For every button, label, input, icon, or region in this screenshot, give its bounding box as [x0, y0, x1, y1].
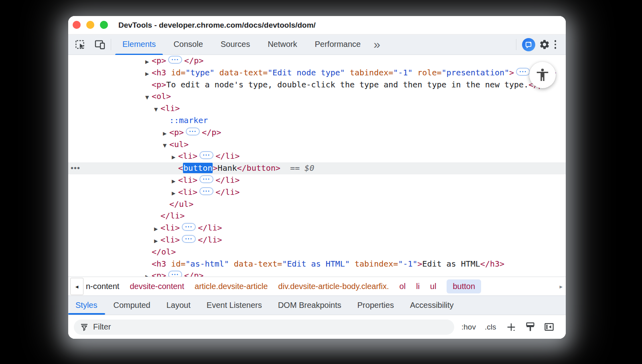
- expand-arrow-icon[interactable]: ▶: [172, 188, 178, 200]
- expand-ellipsis-icon[interactable]: ···: [199, 187, 213, 195]
- expand-arrow-icon[interactable]: ▶: [145, 56, 152, 68]
- breadcrumb-item-li[interactable]: li: [416, 282, 420, 291]
- sidebar-tab-event-listeners[interactable]: Event Listeners: [199, 296, 270, 315]
- inspect-element-icon[interactable]: [74, 38, 86, 51]
- more-options-icon[interactable]: [551, 40, 561, 49]
- dom-node-row[interactable]: ▶<li>···</li>: [68, 150, 566, 162]
- code-token-tag: <li>: [160, 103, 180, 113]
- code-token-tag: <p>: [152, 271, 166, 277]
- dom-node-row[interactable]: ▶<li>···</li>: [68, 174, 566, 186]
- breadcrumb-item-button[interactable]: button: [447, 279, 481, 293]
- dom-node-row[interactable]: ▶<li>···</li>: [68, 222, 566, 234]
- code-token-tag: >: [509, 68, 514, 77]
- device-toolbar-icon[interactable]: [94, 38, 106, 51]
- dom-node-row[interactable]: ::marker: [68, 115, 566, 127]
- code-token-attr: id=: [171, 259, 185, 269]
- code-token-tag: <: [178, 163, 183, 173]
- code-token-tag: </p>: [184, 271, 203, 277]
- filter-input[interactable]: Filter: [74, 320, 454, 335]
- breadcrumb-item-article-devsite-article[interactable]: article.devsite-article: [195, 282, 268, 291]
- breadcrumb-scroll-left-icon[interactable]: ◂: [70, 278, 83, 295]
- zoom-button[interactable]: [100, 21, 108, 29]
- sidebar-tab-layout[interactable]: Layout: [158, 296, 199, 315]
- dom-node-row[interactable]: ▼<li>: [68, 103, 566, 115]
- tab-performance[interactable]: Performance: [306, 34, 370, 55]
- dom-node-row[interactable]: ▶<h3 id="type" data-text="Edit node type…: [68, 67, 566, 79]
- tab-sources[interactable]: Sources: [212, 34, 259, 55]
- dom-node-row[interactable]: ▶<li>···</li>: [68, 234, 566, 246]
- code-token-attr: id=: [171, 68, 185, 77]
- dom-node-selected-row[interactable]: •••<button>Hank</button> == $0: [68, 162, 566, 174]
- breadcrumb-item-devsite-content[interactable]: devsite-content: [130, 282, 184, 291]
- code-token-attr: role=: [412, 68, 441, 77]
- dom-node-row[interactable]: ▼<ol>: [68, 91, 566, 103]
- dom-node-row[interactable]: <h3 id="as-html" data-text="Edit as HTML…: [68, 258, 566, 270]
- expand-arrow-icon[interactable]: ▶: [145, 68, 152, 80]
- breadcrumb-item-n-content[interactable]: n-content: [86, 282, 119, 291]
- expand-arrow-icon[interactable]: ▶: [145, 271, 152, 277]
- tab-elements[interactable]: Elements: [114, 34, 165, 55]
- dom-node-row[interactable]: ▶<p>···</p>: [68, 55, 566, 67]
- expand-ellipsis-icon[interactable]: ···: [168, 56, 182, 64]
- sidebar-tab-properties[interactable]: Properties: [349, 296, 402, 315]
- expand-ellipsis-icon[interactable]: ···: [182, 223, 196, 231]
- sidebar-tab-styles[interactable]: Styles: [68, 296, 105, 315]
- dom-node-row[interactable]: <p>To edit a node's type, double-click t…: [68, 79, 566, 91]
- breadcrumb-item-div-devsite-article-body-clearfix-[interactable]: div.devsite-article-body.clearfix.: [278, 282, 389, 291]
- dom-node-row[interactable]: ▼<ul>: [68, 139, 566, 151]
- toggle-sidebar-icon[interactable]: [544, 322, 555, 332]
- expand-arrow-icon[interactable]: ▶: [154, 235, 160, 247]
- breadcrumb-item-ol[interactable]: ol: [399, 282, 406, 291]
- dom-node-row[interactable]: </li>: [68, 210, 566, 222]
- rendering-paintbrush-icon[interactable]: [525, 322, 536, 332]
- code-token-val: "presentation": [442, 68, 510, 77]
- breadcrumb-scroll-right-icon[interactable]: ▸: [559, 277, 563, 296]
- ai-assistance-icon[interactable]: [522, 38, 535, 51]
- panel-tabs: ElementsConsoleSourcesNetworkPerformance: [114, 34, 370, 55]
- collapse-arrow-icon[interactable]: ▼: [145, 92, 152, 104]
- toolbar-divider: [111, 39, 111, 50]
- code-token-tag: </h3>: [480, 259, 504, 269]
- expand-ellipsis-icon[interactable]: ···: [516, 68, 530, 76]
- dom-node-row[interactable]: ▶<li>···</li>: [68, 186, 566, 198]
- collapse-arrow-icon[interactable]: ▼: [163, 140, 169, 152]
- dom-node-row[interactable]: </ul>: [68, 198, 566, 210]
- code-token-val: "as-html": [185, 259, 229, 269]
- expand-arrow-icon[interactable]: ▶: [172, 176, 178, 188]
- tab-network[interactable]: Network: [259, 34, 306, 55]
- code-token-attr: data-text=: [229, 259, 282, 269]
- node-options-icon[interactable]: •••: [71, 162, 80, 174]
- code-token-tag: </li>: [198, 235, 222, 245]
- element-classes-button[interactable]: .cls: [485, 323, 496, 332]
- code-token-tag: <li>: [160, 223, 180, 233]
- dom-node-row[interactable]: ▶<p>···</p>: [68, 270, 566, 277]
- expand-arrow-icon[interactable]: ▶: [163, 128, 169, 140]
- close-button[interactable]: [73, 21, 81, 29]
- code-token-tag: <li>: [178, 151, 197, 161]
- more-tabs-icon[interactable]: »: [370, 36, 384, 53]
- new-style-rule-icon[interactable]: [506, 322, 517, 333]
- dom-node-row[interactable]: </ol>: [68, 246, 566, 258]
- expand-ellipsis-icon[interactable]: ···: [182, 235, 196, 243]
- expand-ellipsis-icon[interactable]: ···: [199, 175, 213, 183]
- sidebar-tab-computed[interactable]: Computed: [105, 296, 158, 315]
- expand-arrow-icon[interactable]: ▶: [172, 152, 178, 164]
- collapse-arrow-icon[interactable]: ▼: [154, 104, 160, 116]
- accessibility-cursor-icon: [529, 62, 556, 88]
- code-token-tag: </li>: [198, 223, 222, 233]
- expand-ellipsis-icon[interactable]: ···: [186, 127, 200, 135]
- tab-console[interactable]: Console: [165, 34, 211, 55]
- settings-gear-icon[interactable]: [538, 38, 551, 51]
- code-token-tag: </li>: [160, 211, 185, 220]
- code-token-tag: </ul>: [169, 199, 193, 209]
- expand-ellipsis-icon[interactable]: ···: [199, 151, 213, 159]
- dom-node-row[interactable]: ▶<p>···</p>: [68, 127, 566, 139]
- toggle-element-state-button[interactable]: :hov: [461, 323, 476, 332]
- expand-ellipsis-icon[interactable]: ···: [168, 271, 182, 277]
- sidebar-tab-dom-breakpoints[interactable]: DOM Breakpoints: [270, 296, 349, 315]
- expand-arrow-icon[interactable]: ▶: [154, 223, 160, 235]
- breadcrumb-item-ul[interactable]: ul: [430, 282, 437, 291]
- code-token-tag: <h3: [152, 68, 171, 77]
- minimize-button[interactable]: [86, 21, 94, 29]
- sidebar-tab-accessibility[interactable]: Accessibility: [402, 296, 462, 315]
